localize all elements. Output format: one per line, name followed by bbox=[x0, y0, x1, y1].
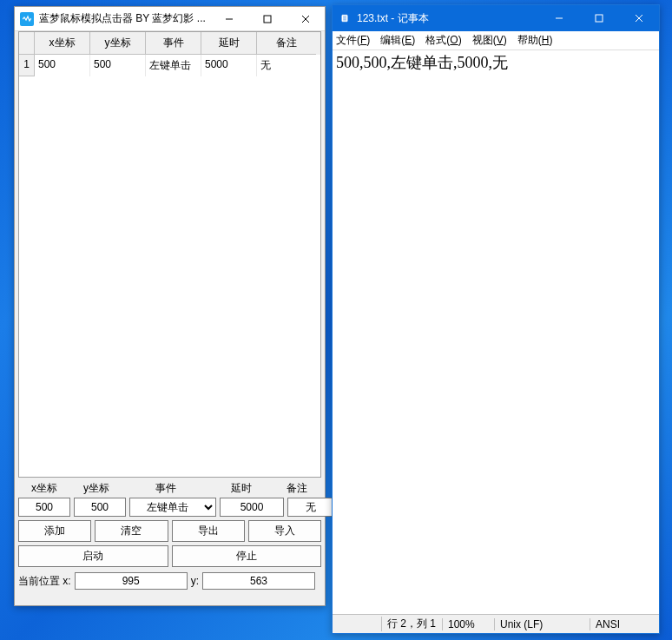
col-delay[interactable]: 延时 bbox=[201, 32, 257, 55]
start-button[interactable]: 启动 bbox=[18, 545, 168, 567]
cell-delay: 5000 bbox=[201, 55, 257, 76]
col-y[interactable]: y坐标 bbox=[90, 32, 146, 55]
svg-rect-1 bbox=[264, 16, 271, 23]
import-button[interactable]: 导入 bbox=[248, 520, 321, 542]
clicker-body: x坐标 y坐标 事件 延时 备注 1 500 500 左键单击 5000 无 x… bbox=[15, 31, 325, 593]
y-input[interactable] bbox=[74, 498, 126, 517]
cell-y: 500 bbox=[90, 55, 146, 76]
menubar: 文件(F) 编辑(E) 格式(O) 视图(V) 帮助(H) bbox=[333, 31, 659, 50]
window-buttons bbox=[210, 7, 325, 31]
status-position: 行 2，列 1 bbox=[381, 617, 442, 631]
label-x: x坐标 bbox=[18, 481, 70, 496]
col-x[interactable]: x坐标 bbox=[35, 32, 90, 55]
svg-rect-9 bbox=[596, 15, 603, 22]
notepad-window-buttons bbox=[539, 5, 659, 31]
event-select[interactable]: 左键单击 bbox=[129, 498, 216, 517]
np-maximize-button[interactable] bbox=[579, 5, 619, 31]
col-idx bbox=[19, 32, 35, 55]
pos-x-value[interactable] bbox=[75, 572, 188, 590]
menu-help[interactable]: 帮助(H) bbox=[517, 33, 553, 48]
label-y: y坐标 bbox=[70, 481, 122, 496]
minimize-button[interactable] bbox=[210, 7, 248, 31]
notepad-titlebar[interactable]: 123.txt - 记事本 bbox=[333, 5, 659, 31]
export-button[interactable]: 导出 bbox=[172, 520, 245, 542]
col-note[interactable]: 备注 bbox=[257, 32, 316, 55]
editor-area[interactable]: 500,500,左键单击,5000,无 bbox=[333, 50, 659, 614]
label-note: 备注 bbox=[273, 481, 320, 496]
label-event: 事件 bbox=[122, 481, 209, 496]
delay-input[interactable] bbox=[220, 498, 284, 517]
menu-edit[interactable]: 编辑(E) bbox=[380, 33, 415, 48]
note-input[interactable] bbox=[287, 498, 334, 517]
button-row-2: 启动 停止 bbox=[18, 545, 321, 567]
app-icon bbox=[20, 12, 34, 26]
pos-label-y: y: bbox=[191, 575, 199, 587]
stop-button[interactable]: 停止 bbox=[172, 545, 322, 567]
add-button[interactable]: 添加 bbox=[18, 520, 91, 542]
action-table: x坐标 y坐标 事件 延时 备注 1 500 500 左键单击 5000 无 bbox=[18, 31, 321, 478]
cell-x: 500 bbox=[35, 55, 90, 76]
notepad-window: 123.txt - 记事本 文件(F) 编辑(E) 格式(O) 视图(V) 帮助… bbox=[332, 4, 660, 634]
pos-label-x: 当前位置 x: bbox=[18, 574, 71, 589]
button-row-1: 添加 清空 导出 导入 bbox=[18, 520, 321, 542]
status-zoom: 100% bbox=[442, 618, 494, 630]
input-row: 左键单击 bbox=[18, 498, 321, 517]
table-body: 1 500 500 左键单击 5000 无 bbox=[19, 55, 320, 477]
clear-button[interactable]: 清空 bbox=[95, 520, 168, 542]
menu-file[interactable]: 文件(F) bbox=[336, 33, 370, 48]
table-row[interactable]: 1 500 500 左键单击 5000 无 bbox=[19, 55, 320, 76]
statusbar: 行 2，列 1 100% Unix (LF) ANSI bbox=[333, 614, 659, 633]
input-labels: x坐标 y坐标 事件 延时 备注 bbox=[18, 481, 321, 496]
np-minimize-button[interactable] bbox=[539, 5, 579, 31]
pos-y-value[interactable] bbox=[202, 572, 315, 590]
clicker-window: 蓝梦鼠标模拟点击器 BY 蓝梦幻影 ... x坐标 y坐标 事件 延时 备注 1… bbox=[14, 6, 326, 606]
col-event[interactable]: 事件 bbox=[146, 32, 201, 55]
maximize-button[interactable] bbox=[248, 7, 287, 31]
notepad-icon bbox=[338, 11, 352, 25]
clicker-titlebar[interactable]: 蓝梦鼠标模拟点击器 BY 蓝梦幻影 ... bbox=[15, 7, 325, 31]
label-delay: 延时 bbox=[209, 481, 273, 496]
clicker-title: 蓝梦鼠标模拟点击器 BY 蓝梦幻影 ... bbox=[39, 11, 210, 26]
current-position: 当前位置 x: y: bbox=[18, 572, 321, 590]
table-header: x坐标 y坐标 事件 延时 备注 bbox=[19, 32, 320, 55]
notepad-client: 文件(F) 编辑(E) 格式(O) 视图(V) 帮助(H) 500,500,左键… bbox=[333, 31, 659, 633]
np-close-button[interactable] bbox=[619, 5, 659, 31]
status-eol: Unix (LF) bbox=[494, 618, 590, 630]
menu-view[interactable]: 视图(V) bbox=[472, 33, 507, 48]
cell-note: 无 bbox=[257, 55, 316, 76]
notepad-title: 123.txt - 记事本 bbox=[357, 11, 539, 26]
menu-format[interactable]: 格式(O) bbox=[425, 33, 461, 48]
close-button[interactable] bbox=[287, 7, 325, 31]
cell-event: 左键单击 bbox=[146, 55, 201, 76]
status-encoding: ANSI bbox=[590, 618, 659, 630]
cell-idx: 1 bbox=[19, 55, 35, 76]
x-input[interactable] bbox=[18, 498, 70, 517]
